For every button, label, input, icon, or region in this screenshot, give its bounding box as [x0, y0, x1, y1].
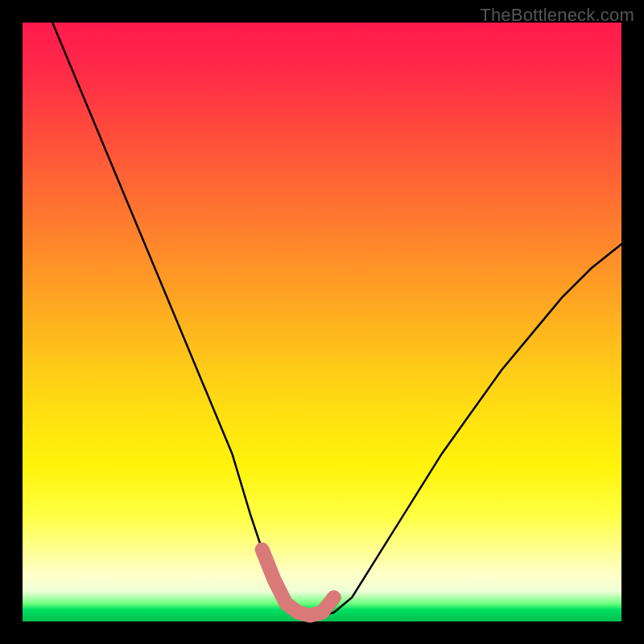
chart-frame: TheBottleneck.com	[0, 0, 644, 644]
bottleneck-curve-path	[52, 23, 621, 616]
bottleneck-curve-svg	[23, 23, 621, 621]
valley-highlight-path	[262, 550, 334, 616]
gradient-plot-area	[23, 23, 621, 621]
